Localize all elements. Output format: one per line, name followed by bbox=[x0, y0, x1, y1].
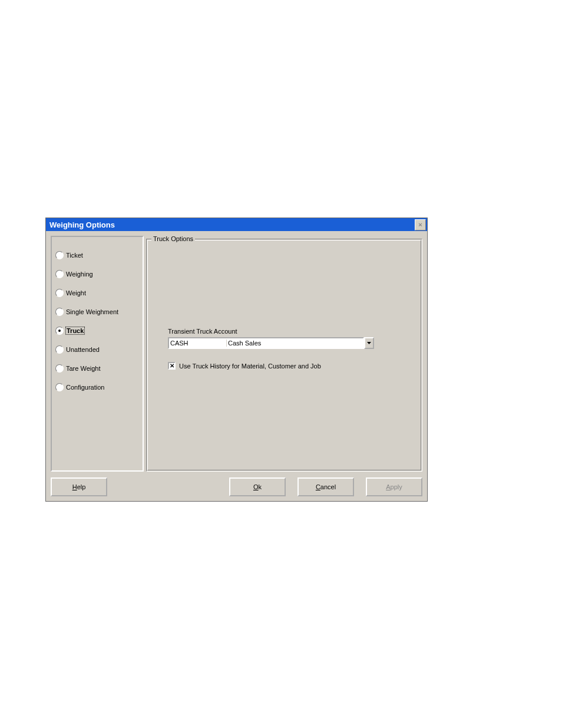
apply-button[interactable]: Apply bbox=[366, 477, 422, 496]
radio-icon bbox=[55, 308, 64, 316]
button-label: Cancel bbox=[316, 483, 336, 490]
checkbox-icon[interactable]: ✕ bbox=[168, 362, 176, 370]
group-title: Truck Options bbox=[151, 235, 195, 242]
category-panel: Ticket Weighing Weight Single Weighment … bbox=[51, 236, 144, 472]
radio-label: Single Weighment bbox=[66, 308, 118, 315]
truck-options-group: Truck Options Transient Truck Account CA… bbox=[146, 239, 422, 472]
cancel-button[interactable]: Cancel bbox=[297, 477, 354, 496]
combo-code: CASH bbox=[169, 340, 227, 347]
transient-account-label: Transient Truck Account bbox=[168, 328, 414, 335]
chevron-down-icon bbox=[367, 342, 371, 344]
radio-icon bbox=[55, 251, 64, 259]
radio-configuration[interactable]: Configuration bbox=[55, 383, 139, 391]
radio-icon bbox=[55, 289, 64, 297]
radio-label: Weighing bbox=[66, 271, 93, 278]
close-icon: × bbox=[418, 222, 422, 228]
radio-truck[interactable]: Truck bbox=[55, 327, 139, 335]
button-label: Ok bbox=[253, 483, 262, 490]
weighing-options-dialog: Weighing Options × Ticket Weighing Weigh… bbox=[45, 218, 428, 502]
combo-dropdown-button[interactable] bbox=[364, 337, 374, 349]
window-title: Weighing Options bbox=[49, 220, 115, 229]
use-history-row[interactable]: ✕ Use Truck History for Material, Custom… bbox=[168, 362, 414, 370]
combo-input[interactable]: CASH Cash Sales bbox=[168, 337, 364, 349]
ok-button[interactable]: Ok bbox=[229, 477, 286, 496]
radio-icon bbox=[55, 383, 64, 391]
radio-single-weighment[interactable]: Single Weighment bbox=[55, 308, 139, 316]
main-row: Ticket Weighing Weight Single Weighment … bbox=[51, 236, 422, 472]
radio-label: Configuration bbox=[66, 384, 104, 391]
radio-label: Weight bbox=[66, 289, 86, 297]
radio-weighing[interactable]: Weighing bbox=[55, 270, 139, 278]
radio-weight[interactable]: Weight bbox=[55, 289, 139, 297]
button-label: Apply bbox=[386, 483, 402, 490]
checkbox-label: Use Truck History for Material, Customer… bbox=[179, 363, 321, 370]
button-row: Help Ok Cancel Apply bbox=[51, 472, 422, 496]
radio-label: Tare Weight bbox=[66, 365, 101, 372]
svg-marker-0 bbox=[367, 342, 371, 344]
radio-tare-weight[interactable]: Tare Weight bbox=[55, 364, 139, 373]
radio-unattended[interactable]: Unattended bbox=[55, 345, 139, 354]
dialog-body: Ticket Weighing Weight Single Weighment … bbox=[46, 231, 427, 501]
content-panel: Truck Options Transient Truck Account CA… bbox=[146, 236, 422, 472]
combo-desc: Cash Sales bbox=[227, 340, 363, 347]
titlebar: Weighing Options × bbox=[46, 218, 427, 231]
help-button[interactable]: Help bbox=[51, 477, 107, 496]
radio-icon bbox=[55, 345, 64, 354]
spacer bbox=[119, 477, 217, 496]
radio-icon bbox=[55, 364, 64, 373]
radio-label: Ticket bbox=[66, 252, 83, 259]
radio-ticket[interactable]: Ticket bbox=[55, 251, 139, 259]
close-button[interactable]: × bbox=[415, 219, 426, 230]
radio-icon bbox=[55, 270, 64, 278]
radio-icon bbox=[55, 327, 64, 335]
button-label: Help bbox=[72, 483, 86, 490]
transient-account-combo[interactable]: CASH Cash Sales bbox=[168, 337, 374, 349]
radio-label: Truck bbox=[66, 327, 84, 334]
radio-label: Unattended bbox=[66, 346, 100, 353]
